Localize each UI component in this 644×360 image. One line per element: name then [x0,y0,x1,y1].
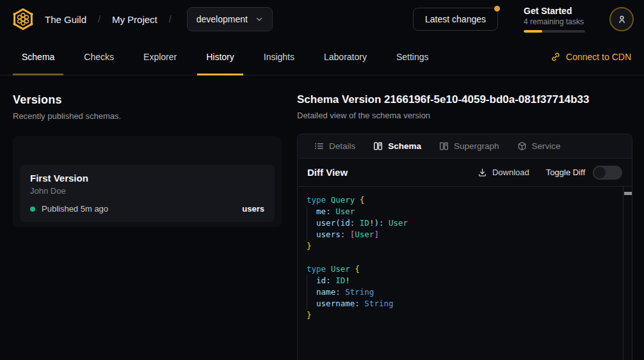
connect-to-cdn-label: Connect to CDN [566,52,631,62]
scrollbar-thumb[interactable] [624,192,632,195]
chevron-down-icon [254,14,264,24]
breadcrumb-separator: / [166,14,174,24]
code-line: name: String [307,286,616,298]
schema-version-subtitle: Detailed view of the schema version [297,111,632,120]
toggle-diff-switch[interactable] [593,166,622,180]
version-service-badge: users [242,204,264,214]
progress-fill [524,30,542,33]
code-line: me: User [307,206,616,217]
indent-guide [307,275,307,309]
versions-subtitle: Recently published schemas. [13,111,282,121]
panel-tab-supergraph[interactable]: Supergraph [431,134,507,158]
columns-icon [439,141,449,151]
get-started-progress-bar [524,30,585,33]
toggle-diff-control: Toggle Diff [546,166,622,180]
panel-tab-label: Schema [388,141,421,151]
diff-view-title: Diff View [307,167,348,178]
columns-icon [373,141,383,151]
versions-section: Versions Recently published schemas. Fir… [13,93,282,360]
code-line: } [307,240,616,252]
person-icon [616,14,627,25]
download-button[interactable]: Download [478,168,529,177]
notification-dot [494,6,500,12]
nav-tab-insights[interactable]: Insights [255,38,303,75]
panel-tab-label: Supergraph [454,141,499,151]
code-line: user(id: ID!): User [307,217,616,229]
link-icon [551,52,561,62]
breadcrumb-project[interactable]: My Project [112,14,157,25]
schema-version-panel: DetailsSchemaSupergraphService Diff View… [297,134,632,360]
get-started-subtitle: 4 remaining tasks [524,17,585,26]
hive-logo-icon[interactable] [10,6,36,32]
connect-to-cdn-link[interactable]: Connect to CDN [551,38,631,75]
published-status-dot [30,207,35,212]
indent-guide [307,206,307,240]
download-label: Download [492,168,529,177]
app-header: The Guild / My Project / development Lat… [0,0,644,38]
panel-tab-label: Service [532,141,561,151]
user-avatar[interactable] [609,7,634,31]
code-line: users: [User] [307,229,616,240]
primary-nav-tabs: SchemaChecksExplorerHistoryInsightsLabor… [13,38,449,75]
version-list-item[interactable]: First Version John Doe Published 5m ago … [20,164,275,222]
panel-tab-details[interactable]: Details [307,134,363,158]
list-icon [314,141,324,151]
diff-view-toolbar: Diff View Download Toggle Diff [298,159,632,187]
schema-version-title: Schema Version 2166196f-5e10-4059-bd0a-0… [297,93,632,106]
cube-icon [517,141,527,151]
code-line: type User { [307,263,616,275]
version-name: First Version [30,173,264,184]
code-line: id: ID! [307,275,616,286]
breadcrumb-org[interactable]: The Guild [45,14,86,25]
panel-tab-service[interactable]: Service [510,134,568,158]
nav-tab-history[interactable]: History [197,38,243,75]
schema-code-viewer[interactable]: type Query { me: User user(id: ID!): Use… [298,187,632,360]
nav-tab-schema[interactable]: Schema [13,38,63,75]
versions-title: Versions [13,93,282,107]
primary-nav: SchemaChecksExplorerHistoryInsightsLabor… [0,38,644,75]
nav-tab-checks[interactable]: Checks [75,38,123,75]
code-scrollbar[interactable] [623,187,632,360]
nav-tab-laboratory[interactable]: Laboratory [315,38,376,75]
panel-tab-schema[interactable]: Schema [366,134,429,158]
environment-select[interactable]: development [187,7,273,31]
version-author: John Doe [30,186,264,196]
version-status-row: Published 5m ago users [30,204,264,214]
nav-tab-settings[interactable]: Settings [387,38,438,75]
panel-tab-label: Details [329,141,355,151]
code-line: type Query { [307,194,616,206]
code-content: type Query { me: User user(id: ID!): Use… [298,187,632,329]
toggle-knob [594,167,606,178]
download-icon [478,168,487,177]
schema-version-section: Schema Version 2166196f-5e10-4059-bd0a-0… [297,93,632,360]
versions-card: First Version John Doe Published 5m ago … [13,136,282,227]
get-started-widget[interactable]: Get Started 4 remaining tasks [524,6,585,33]
code-line: username: String [307,298,616,309]
diff-toolbar-actions: Download Toggle Diff [478,166,622,180]
code-line: } [307,309,616,321]
latest-changes-button[interactable]: Latest changes [413,8,498,31]
breadcrumb-separator: / [95,14,103,24]
environment-select-value: development [197,14,248,24]
nav-tab-explorer[interactable]: Explorer [134,38,186,75]
main-content: Versions Recently published schemas. Fir… [0,75,644,360]
schema-panel-tabs: DetailsSchemaSupergraphService [298,134,632,159]
toggle-diff-label: Toggle Diff [546,168,585,177]
code-line [307,252,616,263]
get-started-title: Get Started [524,6,585,16]
version-status: Published 5m ago [42,204,108,214]
